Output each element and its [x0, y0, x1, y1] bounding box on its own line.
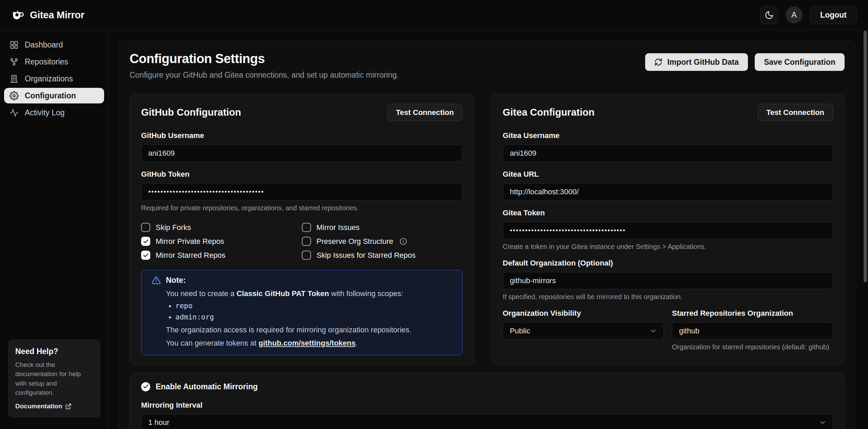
note-generate: You can generate tokens at github.com/se… — [166, 338, 452, 348]
page-actions: Import GitHub Data Save Configuration — [645, 53, 845, 71]
help-body: Check out the documentation for help wit… — [15, 360, 93, 397]
avatar-initial: A — [791, 10, 797, 20]
scope-item: repo — [175, 302, 452, 310]
github-options-grid: Skip Forks Mirror Issues Mirror Private … — [141, 223, 463, 260]
sidebar-item-label: Dashboard — [25, 40, 63, 50]
github-panel-title: GitHub Configuration — [141, 107, 241, 118]
repositories-icon — [9, 57, 19, 66]
github-test-connection-button[interactable]: Test Connection — [387, 104, 463, 121]
app-header: Gitea Mirror A Logout — [0, 0, 868, 30]
import-github-data-button[interactable]: Import GitHub Data — [645, 53, 748, 71]
header-actions: A Logout — [760, 6, 857, 24]
theme-toggle-button[interactable] — [760, 6, 778, 24]
starred-repos-org-input[interactable] — [672, 322, 833, 339]
gitea-configuration-panel: Gitea Configuration Test Connection Gite… — [491, 94, 845, 365]
checkbox-preserve-org-structure[interactable]: Preserve Org Structure — [302, 237, 463, 246]
checkbox-box — [302, 251, 311, 260]
gitea-url-label: Gitea URL — [503, 170, 833, 179]
default-organization-input[interactable] — [503, 272, 833, 289]
gitea-url-input[interactable] — [503, 183, 833, 200]
sidebar-item-repositories[interactable]: Repositories — [4, 54, 104, 70]
app-title: Gitea Mirror — [30, 9, 84, 21]
github-token-input[interactable] — [141, 183, 463, 200]
save-configuration-button[interactable]: Save Configuration — [755, 53, 845, 71]
gitea-username-label: Gitea Username — [503, 131, 833, 140]
automatic-mirroring-panel: Enable Automatic Mirroring Mirroring Int… — [130, 373, 845, 429]
github-token-label: GitHub Token — [141, 170, 463, 179]
checkbox-box — [302, 223, 311, 232]
checkbox-box — [141, 237, 150, 246]
config-panels: GitHub Configuration Test Connection Git… — [130, 94, 845, 365]
gitea-test-connection-button[interactable]: Test Connection — [757, 104, 833, 121]
starred-repos-org-field: Starred Repositories Organization Organi… — [672, 309, 833, 351]
alert-triangle-icon — [152, 276, 161, 285]
configuration-icon — [9, 91, 19, 100]
default-organization-helper: If specified, repositories will be mirro… — [503, 293, 833, 301]
checkbox-skip-issues-starred[interactable]: Skip Issues for Starred Repos — [302, 251, 463, 260]
mirroring-interval-label: Mirroring Interval — [141, 401, 833, 410]
info-icon — [400, 238, 407, 245]
check-icon — [143, 384, 149, 390]
gitea-org-row: Organization Visibility Public Starred R… — [503, 309, 833, 351]
checkbox-box — [141, 223, 150, 232]
chevron-down-icon — [649, 327, 657, 335]
note-intro: You need to create a Classic GitHub PAT … — [166, 289, 452, 298]
gitea-token-helper: Create a token in your Gitea instance un… — [503, 243, 833, 251]
refresh-icon — [654, 58, 662, 66]
gitea-username-input[interactable] — [503, 144, 833, 162]
tokens-settings-link[interactable]: github.com/settings/tokens — [258, 339, 355, 347]
organizations-icon — [9, 74, 19, 83]
note-title: Note: — [166, 276, 186, 285]
organization-visibility-label: Organization Visibility — [503, 309, 664, 318]
mirroring-interval-field: Mirroring Interval 1 hour How often the … — [141, 401, 833, 429]
content-card: Configuration Settings Configure your Gi… — [118, 40, 856, 429]
avatar[interactable]: A — [786, 6, 803, 23]
page-title: Configuration Settings — [130, 52, 399, 66]
checkbox-box — [302, 237, 311, 246]
pat-token-note: Note: You need to create a Classic GitHu… — [141, 270, 463, 355]
organization-visibility-field: Organization Visibility Public — [503, 309, 664, 351]
sidebar-item-activity-log[interactable]: Activity Log — [4, 105, 104, 120]
sidebar-item-organizations[interactable]: Organizations — [4, 71, 104, 86]
organization-visibility-select[interactable]: Public — [503, 322, 664, 339]
sidebar: Dashboard Repositories Organizations Con… — [0, 30, 109, 429]
checkbox-skip-forks[interactable]: Skip Forks — [141, 223, 302, 232]
gitea-url-field: Gitea URL — [503, 170, 833, 200]
scope-item: admin:org — [175, 313, 452, 321]
gitea-panel-title: Gitea Configuration — [503, 107, 595, 118]
checkbox-mirror-issues[interactable]: Mirror Issues — [302, 223, 463, 232]
checkbox-mirror-starred-repos[interactable]: Mirror Starred Repos — [141, 251, 302, 260]
github-configuration-panel: GitHub Configuration Test Connection Git… — [130, 94, 474, 365]
vertical-scrollbar-thumb[interactable] — [864, 31, 867, 282]
enable-automatic-mirroring-checkbox[interactable]: Enable Automatic Mirroring — [141, 382, 833, 391]
sidebar-item-label: Configuration — [25, 91, 76, 100]
documentation-link[interactable]: Documentation — [15, 403, 72, 410]
sidebar-item-dashboard[interactable]: Dashboard — [4, 37, 104, 53]
mirroring-interval-select[interactable]: 1 hour — [141, 414, 833, 429]
note-org-access: The organization access is required for … — [166, 325, 452, 335]
default-organization-label: Default Organization (Optional) — [503, 259, 833, 268]
main-content: Configuration Settings Configure your Gi… — [109, 30, 868, 429]
sidebar-item-configuration[interactable]: Configuration — [4, 88, 104, 103]
github-username-label: GitHub Username — [141, 131, 463, 140]
gitea-username-field: Gitea Username — [503, 131, 833, 162]
logout-button[interactable]: Logout — [810, 6, 857, 24]
github-token-helper: Required for private repositories, organ… — [141, 204, 463, 212]
gitea-token-label: Gitea Token — [503, 209, 833, 217]
need-help-card: Need Help? Check out the documentation f… — [8, 339, 101, 417]
gitea-cup-icon — [11, 8, 25, 22]
github-username-input[interactable] — [141, 144, 463, 162]
checkbox-mirror-private-repos[interactable]: Mirror Private Repos — [141, 237, 302, 246]
gitea-token-field: Gitea Token Create a token in your Gitea… — [503, 209, 833, 251]
starred-repos-org-helper: Organization for starred repositories (d… — [672, 343, 833, 351]
page-header: Configuration Settings Configure your Gi… — [130, 52, 845, 80]
page-subtitle: Configure your GitHub and Gitea connecti… — [130, 71, 399, 80]
default-organization-field: Default Organization (Optional) If speci… — [503, 259, 833, 301]
help-title: Need Help? — [15, 347, 93, 356]
github-username-field: GitHub Username — [141, 131, 463, 162]
checkbox-box — [141, 382, 150, 391]
chevron-down-icon — [818, 418, 827, 427]
moon-icon — [765, 11, 774, 20]
dashboard-icon — [9, 40, 19, 50]
gitea-token-input[interactable] — [503, 222, 833, 239]
